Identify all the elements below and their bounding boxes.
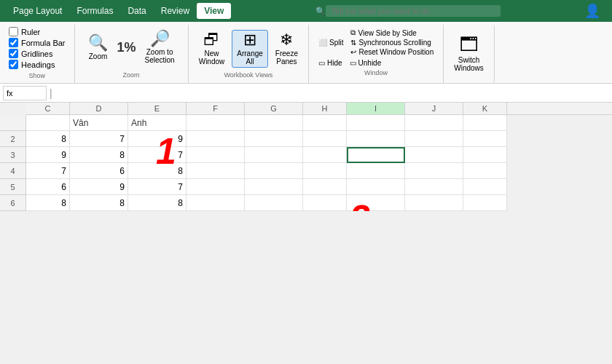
search-input[interactable]	[326, 5, 501, 17]
zoom-selection-label: Zoom to Selection	[145, 48, 175, 64]
reset-window-position-button[interactable]: ↩ Reset Window Position	[348, 47, 436, 57]
zoom-button[interactable]: 🔍 Zoom	[84, 33, 113, 62]
view-side-by-side-button[interactable]: ⧉ View Side by Side	[348, 28, 436, 38]
spreadsheet-container: C D E F G H I J K 2 3 4 5 6	[0, 103, 612, 211]
unhide-label: Unhide	[358, 59, 382, 67]
split-icon: ⬜	[318, 39, 327, 47]
view-side-by-side-icon: ⧉	[350, 28, 356, 37]
switch-windows-button[interactable]: 🗔 Switch Windows	[444, 25, 495, 83]
unhide-icon: ▭	[350, 59, 356, 67]
switch-windows-label: Switch Windows	[454, 56, 484, 72]
menu-view[interactable]: View	[197, 3, 231, 19]
zoom-group-label: Zoom	[84, 70, 179, 80]
freeze-panes-icon: ❄	[280, 32, 293, 48]
new-window-icon: 🗗	[203, 32, 219, 48]
show-group-label: Show	[9, 71, 66, 81]
menu-review[interactable]: Review	[154, 3, 197, 19]
sync-scroll-label: Synchronous Scrolling	[358, 39, 431, 47]
hide-button[interactable]: ▭ Hide	[316, 58, 345, 68]
sync-scroll-icon: ⇅	[350, 39, 356, 47]
zoom-icon: 🔍	[88, 35, 108, 51]
new-window-button[interactable]: 🗗 New Window	[195, 31, 230, 67]
formula-input[interactable]	[55, 88, 609, 98]
show-group: Ruler Formula Bar Gridlines Headings Sho…	[0, 25, 75, 83]
ruler-checkbox[interactable]	[9, 27, 18, 36]
hide-icon: ▭	[318, 59, 325, 67]
formula-bar-checkbox[interactable]	[9, 38, 18, 47]
freeze-panes-label: Freeze Panes	[275, 50, 298, 66]
arrange-all-icon: ⊞	[243, 32, 256, 48]
gridlines-checkbox[interactable]	[9, 49, 18, 58]
headings-checkbox[interactable]	[9, 60, 18, 69]
ribbon: Ruler Formula Bar Gridlines Headings Sho…	[0, 22, 612, 84]
ruler-label: Ruler	[21, 28, 40, 36]
freeze-panes-button[interactable]: ❄ Freeze Panes	[271, 31, 302, 67]
zoom-label: Zoom	[89, 52, 108, 60]
dialog-overlay: Arrange Windows ? ✕ Arrange Tiled Horizo…	[0, 103, 612, 211]
unhide-button[interactable]: ▭ Unhide	[348, 58, 384, 68]
arrange-all-button[interactable]: ⊞ Arrange All	[232, 30, 268, 68]
reset-window-label: Reset Window Position	[358, 48, 434, 56]
zoom-selection-icon: 🔎	[150, 31, 170, 47]
menu-bar: Page Layout Formulas Data Review View 🔍 …	[0, 0, 612, 22]
split-button[interactable]: ⬜ Split	[316, 38, 345, 47]
workbook-views-label: Workbook Views	[195, 70, 302, 80]
formula-bar-divider: |	[50, 87, 52, 99]
zoom-value: 1%	[117, 40, 136, 55]
menu-page-layout[interactable]: Page Layout	[6, 3, 69, 19]
new-window-label: New Window	[199, 50, 225, 66]
zoom-to-selection-button[interactable]: 🔎 Zoom to Selection	[141, 29, 179, 66]
hide-label: Hide	[327, 59, 342, 67]
arrange-all-label: Arrange All	[237, 50, 263, 66]
split-label: Split	[329, 39, 343, 47]
workbook-views-group: 🗗 New Window ⊞ Arrange All ❄ Freeze Pane…	[189, 25, 309, 83]
menu-data[interactable]: Data	[120, 3, 153, 19]
formula-bar: |	[0, 84, 612, 103]
formula-bar-label: Formula Bar	[21, 39, 66, 47]
window-group: ⬜ Split ⧉ View Side by Side ⇅ Synchronou…	[309, 25, 444, 83]
switch-windows-icon: 🗔	[460, 33, 479, 56]
headings-label: Headings	[21, 60, 55, 69]
name-box[interactable]	[3, 86, 47, 100]
window-group-label: Window	[316, 68, 436, 78]
synchronous-scrolling-button[interactable]: ⇅ Synchronous Scrolling	[348, 38, 436, 47]
zoom-group: 🔍 Zoom 1% 🔎 Zoom to Selection Zoom	[75, 25, 189, 83]
gridlines-label: Gridlines	[21, 50, 52, 58]
account-icon: 👤	[584, 3, 600, 19]
view-side-by-side-label: View Side by Side	[358, 29, 416, 37]
reset-window-icon: ↩	[350, 48, 356, 56]
menu-formulas[interactable]: Formulas	[69, 3, 120, 19]
